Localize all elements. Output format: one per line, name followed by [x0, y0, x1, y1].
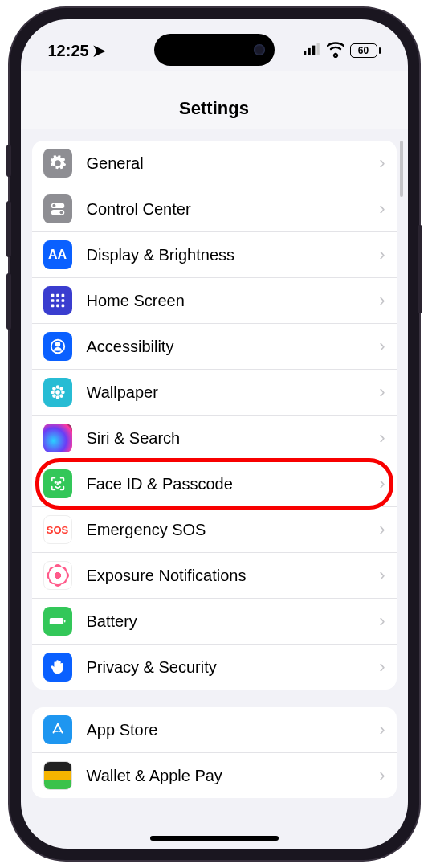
row-label: Accessibility [87, 338, 373, 356]
battery-icon [43, 607, 72, 636]
chevron-right-icon: › [373, 473, 385, 494]
chevron-right-icon: › [373, 382, 385, 403]
row-label: Siri & Search [87, 429, 373, 448]
siri-icon [43, 424, 72, 452]
chevron-right-icon: › [373, 199, 385, 219]
svg-rect-13 [61, 299, 64, 302]
page-title: Settings [21, 71, 408, 129]
settings-row-siri[interactable]: Siri & Search› [32, 416, 397, 461]
svg-rect-8 [51, 294, 54, 297]
battery-percent: 60 [358, 45, 369, 56]
chevron-right-icon: › [373, 428, 385, 448]
settings-row-battery[interactable]: Battery› [32, 599, 397, 645]
svg-rect-14 [51, 305, 54, 308]
row-label: App Store [87, 721, 373, 739]
volume-down-button [6, 273, 11, 330]
row-label: Wallet & Apple Pay [87, 767, 373, 785]
svg-rect-1 [308, 47, 310, 55]
svg-point-25 [59, 387, 63, 391]
settings-row-sos[interactable]: SOSEmergency SOS› [32, 507, 397, 553]
svg-rect-15 [56, 305, 59, 308]
settings-row-control-center[interactable]: Control Center› [32, 186, 397, 232]
row-label: Home Screen [87, 292, 373, 310]
location-icon: ➤ [92, 41, 106, 60]
row-label: Privacy & Security [87, 658, 373, 677]
dynamic-island [154, 34, 275, 66]
chevron-right-icon: › [373, 519, 385, 540]
svg-point-19 [55, 390, 60, 395]
aa-icon: AA [43, 240, 72, 269]
row-label: General [87, 154, 373, 173]
svg-point-26 [52, 394, 56, 398]
svg-rect-12 [56, 299, 59, 302]
wallet-icon [43, 761, 72, 790]
settings-row-app-store[interactable]: App Store› [32, 707, 397, 753]
exposure-icon [43, 561, 72, 590]
svg-rect-16 [61, 305, 64, 308]
svg-point-7 [59, 211, 63, 214]
svg-rect-30 [49, 618, 63, 624]
svg-point-24 [52, 387, 56, 391]
front-camera-icon [254, 44, 265, 55]
row-label: Control Center [87, 200, 373, 219]
row-label: Display & Brightness [87, 246, 373, 264]
chevron-right-icon: › [373, 290, 385, 311]
appstore-icon [43, 715, 72, 744]
person-icon [43, 332, 72, 361]
svg-point-18 [55, 342, 59, 346]
svg-rect-31 [63, 620, 65, 622]
settings-row-display[interactable]: AADisplay & Brightness› [32, 232, 397, 278]
home-indicator[interactable] [150, 836, 279, 841]
row-label: Face ID & Passcode [87, 475, 373, 493]
cellular-icon [304, 40, 321, 62]
status-time: 12:25 [48, 42, 89, 60]
toggles-icon [43, 194, 72, 223]
chevron-right-icon: › [373, 244, 385, 265]
svg-rect-3 [316, 43, 319, 55]
chevron-right-icon: › [373, 719, 385, 740]
power-button [418, 225, 422, 313]
flower-icon [43, 378, 72, 407]
chevron-right-icon: › [373, 565, 385, 586]
settings-row-home-screen[interactable]: Home Screen› [32, 278, 397, 324]
svg-point-29 [59, 481, 60, 482]
phone-frame: 12:25 ➤ 60 Settings [10, 8, 419, 860]
grid-icon [43, 286, 72, 315]
svg-rect-9 [56, 294, 59, 297]
svg-point-5 [52, 204, 55, 207]
svg-point-21 [55, 395, 59, 399]
svg-rect-2 [312, 45, 315, 55]
svg-rect-0 [304, 51, 306, 55]
settings-row-face-id[interactable]: Face ID & Passcode› [32, 461, 397, 507]
hand-icon [43, 653, 72, 682]
settings-row-wallpaper[interactable]: Wallpaper› [32, 370, 397, 416]
row-label: Battery [87, 612, 373, 631]
settings-list[interactable]: General›Control Center›AADisplay & Brigh… [21, 129, 408, 798]
chevron-right-icon: › [373, 765, 385, 786]
svg-rect-11 [51, 299, 54, 302]
svg-rect-10 [61, 294, 64, 297]
faceid-icon [43, 469, 72, 498]
chevron-right-icon: › [373, 611, 385, 632]
svg-point-20 [55, 385, 59, 389]
svg-point-22 [51, 391, 55, 395]
settings-group: General›Control Center›AADisplay & Brigh… [32, 141, 397, 690]
battery-indicator: 60 [350, 43, 381, 58]
row-label: Emergency SOS [87, 521, 373, 539]
settings-row-wallet[interactable]: Wallet & Apple Pay› [32, 753, 397, 798]
chevron-right-icon: › [373, 657, 385, 678]
chevron-right-icon: › [373, 153, 385, 174]
settings-row-general[interactable]: General› [32, 141, 397, 186]
gear-icon [43, 149, 72, 178]
mute-switch [6, 145, 11, 177]
settings-group: App Store›Wallet & Apple Pay› [32, 707, 397, 798]
settings-row-privacy[interactable]: Privacy & Security› [32, 645, 397, 690]
chevron-right-icon: › [373, 336, 385, 357]
wifi-icon [327, 40, 344, 62]
settings-row-accessibility[interactable]: Accessibility› [32, 324, 397, 370]
svg-point-28 [55, 481, 55, 482]
settings-row-exposure[interactable]: Exposure Notifications› [32, 553, 397, 599]
scrollbar[interactable] [400, 141, 403, 197]
sos-icon: SOS [43, 515, 72, 544]
row-label: Exposure Notifications [87, 567, 373, 585]
